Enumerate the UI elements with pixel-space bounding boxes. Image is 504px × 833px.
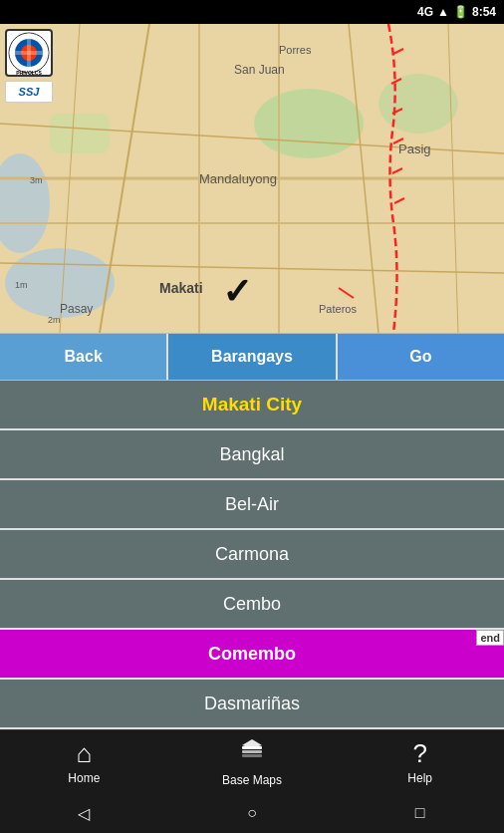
list-item[interactable]: Bel-Air [0, 480, 504, 530]
svg-text:Pateros: Pateros [319, 303, 357, 315]
recent-nav-button[interactable]: □ [400, 798, 440, 828]
main-content: San Juan Porres Mandaluyong Pasig Makati… [0, 24, 504, 833]
nav-help[interactable]: ? Help [336, 738, 504, 785]
map-chevron: ✓ [222, 271, 252, 313]
nav-basemaps[interactable]: Base Maps [168, 736, 337, 787]
list-item[interactable]: Makati City [0, 381, 504, 430]
status-bar: 4G ▲ 🔋 8:54 [0, 0, 504, 24]
svg-text:Pasay: Pasay [60, 302, 93, 316]
list-item[interactable]: Cembo [0, 580, 504, 630]
help-icon: ? [412, 738, 426, 769]
list-item[interactable]: Dasmariñas [0, 680, 504, 729]
svg-text:Porres: Porres [279, 44, 312, 56]
list-item[interactable]: Carmona [0, 530, 504, 580]
svg-text:Makati: Makati [159, 280, 203, 296]
go-button[interactable]: Go [338, 334, 504, 380]
ssj-logo: SSJ [5, 81, 53, 103]
basemaps-label: Base Maps [222, 773, 282, 787]
svg-rect-37 [9, 51, 49, 55]
nav-home[interactable]: ⌂ Home [0, 738, 168, 785]
legend-end-label: end [476, 630, 504, 646]
help-label: Help [407, 771, 432, 785]
logo-container: PHIVOLCS SSJ [5, 29, 53, 103]
time: 8:54 [472, 5, 496, 19]
barangays-button[interactable]: Barangays [168, 334, 337, 380]
svg-text:Pasig: Pasig [398, 141, 431, 156]
svg-text:2m: 2m [48, 315, 61, 325]
nav-buttons: Back Barangays Go [0, 333, 504, 381]
back-button[interactable]: Back [0, 334, 168, 380]
system-nav: ◁ ○ □ [0, 793, 504, 833]
home-icon: ⌂ [76, 738, 92, 769]
phivolcs-logo: PHIVOLCS [5, 29, 53, 77]
svg-point-3 [254, 89, 364, 158]
svg-point-4 [378, 74, 458, 134]
svg-rect-40 [242, 750, 262, 753]
svg-text:Mandaluyong: Mandaluyong [199, 171, 277, 186]
basemaps-icon [238, 736, 266, 771]
svg-rect-41 [242, 754, 262, 757]
home-nav-button[interactable]: ○ [232, 798, 272, 828]
svg-text:PHIVOLCS: PHIVOLCS [16, 70, 42, 75]
svg-text:1m: 1m [15, 280, 28, 290]
map-svg: San Juan Porres Mandaluyong Pasig Makati… [0, 24, 504, 333]
battery-icon: 🔋 [453, 5, 468, 19]
svg-text:3m: 3m [30, 175, 43, 185]
home-label: Home [68, 771, 100, 785]
back-nav-button[interactable]: ◁ [64, 798, 104, 828]
signal-icon: ▲ [437, 5, 449, 19]
svg-rect-5 [50, 114, 110, 153]
svg-text:San Juan: San Juan [234, 63, 285, 77]
bottom-nav: ⌂ Home Base Maps ? Help [0, 729, 504, 793]
list-item-selected[interactable]: Comembo end [0, 630, 504, 680]
signal-strength: 4G [417, 5, 433, 19]
map-area: San Juan Porres Mandaluyong Pasig Makati… [0, 24, 504, 333]
list-item[interactable]: Bangkal [0, 430, 504, 480]
